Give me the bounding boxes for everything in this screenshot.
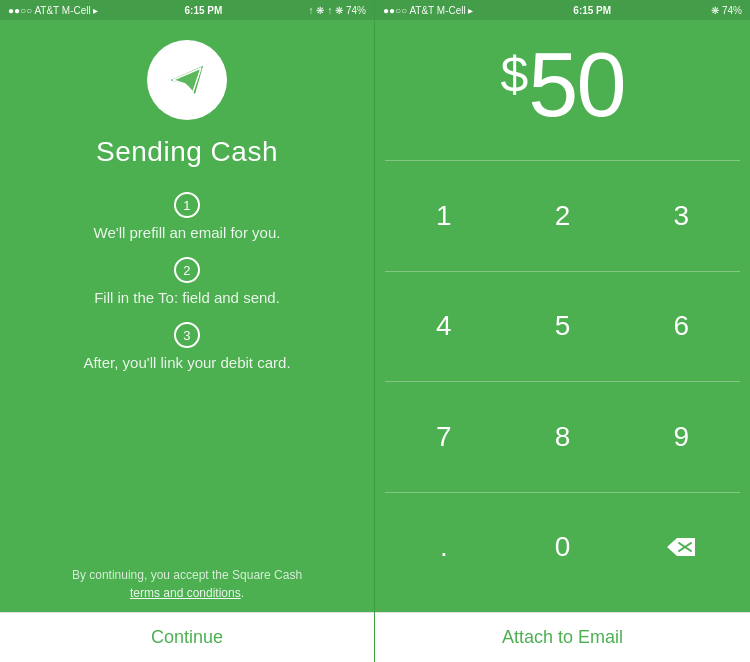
key-3[interactable]: 3 [622,161,740,271]
continue-button[interactable]: Continue [151,627,223,648]
numpad-row-2: 4 5 6 [385,271,740,382]
step-1-text: We'll prefill an email for you. [94,224,281,241]
terms-link[interactable]: terms and conditions [130,586,241,600]
backspace-svg [665,536,697,558]
numpad: 1 2 3 4 5 6 7 8 9 . 0 [385,160,740,602]
step-3-number: 3 [174,322,200,348]
step-2: 2 Fill in the To: field and send. [94,257,280,306]
right-battery: ❋ 74% [711,5,742,16]
attach-to-email-button[interactable]: Attach to Email [502,627,623,648]
left-battery: ↑ ❋ ↑ ❋ 74% [308,5,366,16]
key-8[interactable]: 8 [504,382,623,492]
step-3-text: After, you'll link your debit card. [83,354,290,371]
right-bluetooth-icon: ❋ [711,5,719,16]
key-1[interactable]: 1 [385,161,504,271]
key-dot[interactable]: . [385,493,504,603]
terms-suffix: . [241,586,244,600]
key-4[interactable]: 4 [385,272,504,382]
step-2-text: Fill in the To: field and send. [94,289,280,306]
numpad-row-3: 7 8 9 [385,381,740,492]
left-phone: ●●○○ AT&T M-Cell ▸ 6:15 PM ↑ ❋ ↑ ❋ 74% [0,0,375,662]
right-carrier: ●●○○ AT&T M-Cell ▸ [383,5,473,16]
backspace-icon [665,536,697,558]
dollar-sign: $ [501,50,527,100]
amount-value: 50 [528,40,624,130]
numpad-row-4: . 0 [385,492,740,603]
step-1: 1 We'll prefill an email for you. [94,192,281,241]
bluetooth-icon: ❋ [316,5,324,16]
right-time: 6:15 PM [573,5,611,16]
location-icon: ↑ [308,5,313,16]
sending-cash-title: Sending Cash [96,136,278,168]
battery-percent: ↑ ❋ 74% [327,5,366,16]
terms-prefix: By continuing, you accept the Square Cas… [72,568,302,582]
left-main-content: Sending Cash 1 We'll prefill an email fo… [0,20,374,612]
right-status-bar: ●●○○ AT&T M-Cell ▸ 6:15 PM ❋ 74% [375,0,750,20]
numpad-row-1: 1 2 3 [385,160,740,271]
key-5[interactable]: 5 [504,272,623,382]
right-phone: ●●○○ AT&T M-Cell ▸ 6:15 PM ❋ 74% $ 50 1 … [375,0,750,662]
step-2-number: 2 [174,257,200,283]
key-backspace[interactable] [622,493,740,603]
key-6[interactable]: 6 [622,272,740,382]
right-bottom-bar: Attach to Email [375,612,750,662]
steps-container: 1 We'll prefill an email for you. 2 Fill… [30,192,344,387]
right-battery-percent: 74% [722,5,742,16]
right-main-content: $ 50 1 2 3 4 5 6 7 8 9 [375,20,750,612]
step-3: 3 After, you'll link your debit card. [83,322,290,371]
key-0[interactable]: 0 [504,493,623,603]
step-1-number: 1 [174,192,200,218]
key-7[interactable]: 7 [385,382,504,492]
left-carrier: ●●○○ AT&T M-Cell ▸ [8,5,98,16]
left-status-bar: ●●○○ AT&T M-Cell ▸ 6:15 PM ↑ ❋ ↑ ❋ 74% [0,0,374,20]
paper-plane-icon [165,58,209,102]
amount-display: $ 50 [501,40,625,130]
terms-text: By continuing, you accept the Square Cas… [72,556,302,602]
key-2[interactable]: 2 [504,161,623,271]
left-bottom-bar: Continue [0,612,374,662]
logo-circle [147,40,227,120]
left-time: 6:15 PM [185,5,223,16]
key-9[interactable]: 9 [622,382,740,492]
